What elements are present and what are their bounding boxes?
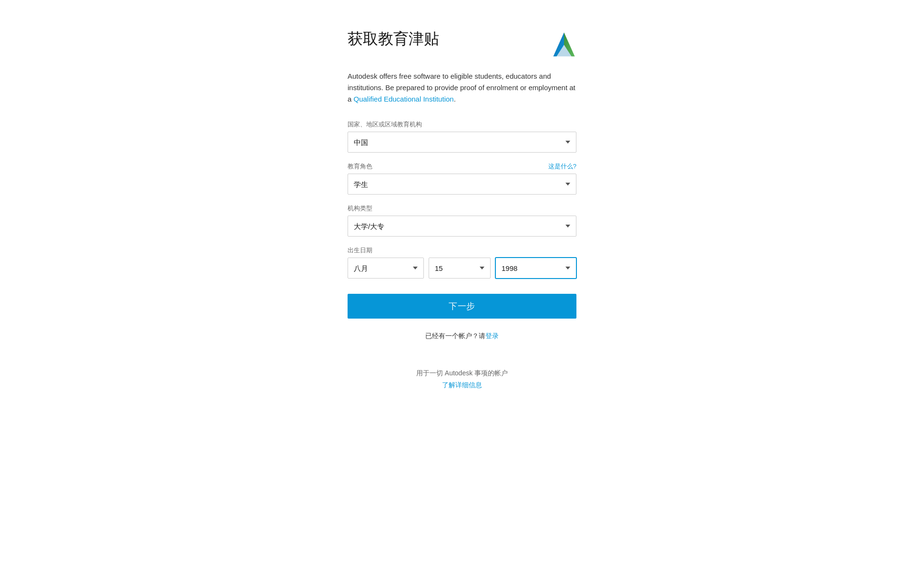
institution-select[interactable]: 大学/大专 高中 初中 小学 其他 xyxy=(348,216,576,237)
footer: 用于一切 Autodesk 事项的帐户 了解详细信息 xyxy=(348,369,576,390)
header: 获取教育津贴 xyxy=(348,29,576,59)
role-form-group: 教育角色 这是什么? 学生 教师 管理员 xyxy=(348,162,576,195)
institution-form-group: 机构类型 大学/大专 高中 初中 小学 其他 xyxy=(348,204,576,237)
description-text-2: . xyxy=(454,95,456,103)
autodesk-logo-v2 xyxy=(552,31,576,59)
description: Autodesk offers free software to eligibl… xyxy=(348,71,576,105)
role-label-row: 教育角色 这是什么? xyxy=(348,162,576,171)
role-label: 教育角色 xyxy=(348,162,372,171)
role-help-link[interactable]: 这是什么? xyxy=(548,162,576,171)
birthdate-form-group: 出生日期 一月 二月 三月 四月 五月 六月 七月 八月 九月 十月 十一月 十… xyxy=(348,246,576,279)
country-label: 国家、地区或区域教育机构 xyxy=(348,120,422,129)
page-title: 获取教育津贴 xyxy=(348,29,439,50)
signin-section: 已经有一个帐户？请登录 xyxy=(348,332,576,341)
country-form-group: 国家、地区或区域教育机构 中国 美国 日本 韩国 其他 xyxy=(348,120,576,153)
signin-link[interactable]: 登录 xyxy=(485,332,499,340)
country-select[interactable]: 中国 美国 日本 韩国 其他 xyxy=(348,132,576,153)
next-button[interactable]: 下一步 xyxy=(348,294,576,319)
footer-tagline: 用于一切 Autodesk 事项的帐户 xyxy=(348,369,576,378)
role-select[interactable]: 学生 教师 管理员 xyxy=(348,174,576,195)
page-container: 获取教育津贴 Autodesk offers free so xyxy=(348,29,576,390)
birthdate-label-row: 出生日期 xyxy=(348,246,576,255)
footer-learn-more-link[interactable]: 了解详细信息 xyxy=(442,381,482,389)
institution-label-row: 机构类型 xyxy=(348,204,576,213)
qualified-institution-link[interactable]: Qualified Educational Institution xyxy=(354,95,454,103)
signin-text: 已经有一个帐户？请 xyxy=(425,332,485,340)
birthdate-label: 出生日期 xyxy=(348,246,372,255)
year-select[interactable]: 2005 2004 2003 2002 2001 2000 1999 1998 … xyxy=(495,258,576,279)
month-select[interactable]: 一月 二月 三月 四月 五月 六月 七月 八月 九月 十月 十一月 十二月 xyxy=(348,258,424,279)
date-row: 一月 二月 三月 四月 五月 六月 七月 八月 九月 十月 十一月 十二月 1 … xyxy=(348,258,576,279)
day-select[interactable]: 1 2 3 4 5 6 7 8 9 10 11 12 13 14 15 16 1… xyxy=(429,258,491,279)
country-label-row: 国家、地区或区域教育机构 xyxy=(348,120,576,129)
institution-label: 机构类型 xyxy=(348,204,372,213)
